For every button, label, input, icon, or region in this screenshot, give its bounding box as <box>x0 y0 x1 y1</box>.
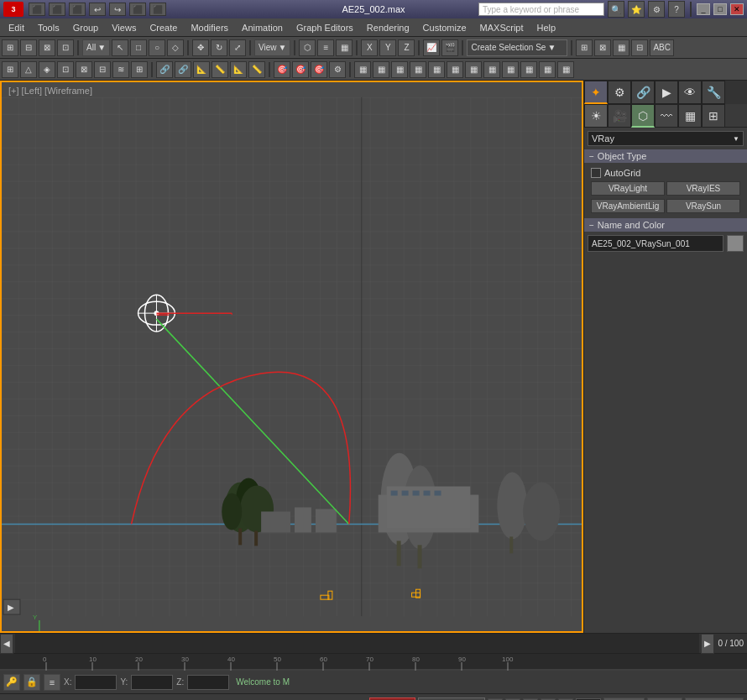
minimize-btn[interactable]: _ <box>697 3 710 15</box>
titlebar-btn-6[interactable]: ⬛ <box>129 3 146 16</box>
menu-group[interactable]: Group <box>66 18 106 36</box>
snap2-20[interactable]: ▦ <box>373 61 389 78</box>
scale-btn[interactable]: ⤢ <box>229 39 246 56</box>
search-box[interactable]: Type a keyword or phrase <box>478 3 604 16</box>
y-input[interactable] <box>131 675 173 690</box>
set-key-btn[interactable]: Set Key <box>603 697 645 701</box>
snap-btn-3[interactable]: ⊠ <box>39 39 55 56</box>
titlebar-btn-2[interactable]: ⬛ <box>49 3 65 16</box>
z-input[interactable] <box>187 675 229 690</box>
menu-help[interactable]: Help <box>530 18 563 36</box>
x-input[interactable] <box>75 675 117 690</box>
tb-extra-2[interactable]: ⊠ <box>594 39 611 56</box>
snap-btn-1[interactable]: ⊞ <box>2 39 18 56</box>
titlebar-btn-3[interactable]: ⬛ <box>69 3 86 16</box>
auto-key-btn[interactable]: Auto Key <box>369 697 415 701</box>
status-lock-icon[interactable]: 🔒 <box>24 674 40 691</box>
menu-animation[interactable]: Animation <box>235 18 290 36</box>
settings-btn[interactable]: ⚙ <box>648 1 665 18</box>
snap2-15[interactable]: 🎯 <box>274 61 290 78</box>
snap-btn-2[interactable]: ⊟ <box>20 39 37 56</box>
menu-modifiers[interactable]: Modifiers <box>184 18 235 36</box>
selected-dropdown[interactable]: Selected ▼ <box>418 697 485 701</box>
coord-btn-1[interactable]: X <box>361 39 378 56</box>
timeline-left-arrow[interactable]: ◀ <box>0 634 13 654</box>
snap2-17[interactable]: 🎯 <box>311 61 327 78</box>
select-circle-btn[interactable]: ○ <box>149 39 165 56</box>
add-time-btn[interactable]: Add Ti <box>647 697 682 701</box>
snap2-14[interactable]: 📏 <box>248 61 265 78</box>
snap2-3[interactable]: ◈ <box>39 61 55 78</box>
close-btn[interactable]: ✕ <box>730 3 744 15</box>
vrayambient-btn[interactable]: VRayAmbientLig <box>591 199 665 213</box>
filter-dropdown[interactable]: All ▼ <box>82 39 110 56</box>
panel-subtab-5[interactable]: ▦ <box>678 104 702 128</box>
move-btn[interactable]: ✥ <box>192 39 209 56</box>
help-btn[interactable]: 🔍 <box>608 1 624 18</box>
snap2-24[interactable]: ▦ <box>447 61 463 78</box>
snap2-13[interactable]: 📐 <box>230 61 247 78</box>
color-swatch[interactable] <box>727 235 744 252</box>
vrayies-btn[interactable]: VRayIES <box>666 181 740 196</box>
snap2-23[interactable]: ▦ <box>428 61 445 78</box>
snap2-25[interactable]: ▦ <box>465 61 482 78</box>
tb-extra-4[interactable]: ⊟ <box>631 39 648 56</box>
menu-graph-editors[interactable]: Graph Editors <box>290 18 360 36</box>
snap2-12[interactable]: 📏 <box>212 61 228 78</box>
titlebar-btn-1[interactable]: ⬛ <box>29 3 45 16</box>
autogrid-checkbox[interactable] <box>591 168 601 178</box>
panel-subtab-6[interactable]: ⊞ <box>702 104 725 128</box>
panel-subtab-3[interactable]: ⬡ <box>631 104 655 128</box>
name-color-header[interactable]: − Name and Color <box>584 218 747 232</box>
tb-extra-5[interactable]: ABC <box>650 39 674 56</box>
snap2-6[interactable]: ⊟ <box>94 61 111 78</box>
snap2-9[interactable]: 🔗 <box>156 61 173 78</box>
titlebar-btn-5[interactable]: ↪ <box>109 3 126 16</box>
create-selection-dropdown[interactable]: Create Selection Se ▼ <box>467 39 567 56</box>
layer-btn[interactable]: ▦ <box>336 39 353 56</box>
titlebar-btn-4[interactable]: ↩ <box>89 3 106 16</box>
timeline-track[interactable] <box>15 634 699 653</box>
key-filters-btn[interactable]: Key Filters... <box>685 697 744 701</box>
panel-tab-create[interactable]: ✦ <box>584 81 608 104</box>
view-dropdown[interactable]: View ▼ <box>254 39 290 56</box>
mirror-btn[interactable]: ⬡ <box>299 39 316 56</box>
status-key-icon[interactable]: 🔑 <box>3 674 20 691</box>
rotate-btn[interactable]: ↻ <box>211 39 227 56</box>
align-btn[interactable]: ≡ <box>317 39 334 56</box>
select-rect-btn[interactable]: □ <box>130 39 147 56</box>
panel-tab-hierarchy[interactable]: 🔗 <box>631 81 655 104</box>
status-anim-icon[interactable]: ≡ <box>44 674 60 691</box>
panel-subtab-4[interactable]: 〰 <box>655 104 678 128</box>
menu-create[interactable]: Create <box>143 18 184 36</box>
snap2-21[interactable]: ▦ <box>391 61 408 78</box>
coord-btn-2[interactable]: Y <box>379 39 396 56</box>
snap2-1[interactable]: ⊞ <box>2 61 18 78</box>
viewport[interactable]: [+] [Left] [Wireframe] <box>0 81 583 633</box>
maximize-btn[interactable]: □ <box>713 3 727 15</box>
select-fence-btn[interactable]: ◇ <box>167 39 184 56</box>
snap2-30[interactable]: ▦ <box>557 61 574 78</box>
panel-subtab-1[interactable]: ☀ <box>584 104 608 128</box>
menu-edit[interactable]: Edit <box>2 18 31 36</box>
snap2-8[interactable]: ⊞ <box>131 61 148 78</box>
panel-subtab-2[interactable]: 🎥 <box>608 104 631 128</box>
snap2-22[interactable]: ▦ <box>410 61 426 78</box>
info-btn[interactable]: ⭐ <box>628 1 645 18</box>
question-btn[interactable]: ? <box>668 1 685 18</box>
menu-rendering[interactable]: Rendering <box>360 18 416 36</box>
snap2-7[interactable]: ≋ <box>112 61 129 78</box>
snap2-18[interactable]: ⚙ <box>329 61 346 78</box>
snap2-19[interactable]: ▦ <box>354 61 371 78</box>
render-btn[interactable]: 🎬 <box>441 39 458 56</box>
menu-views[interactable]: Views <box>105 18 143 36</box>
snap2-2[interactable]: △ <box>20 61 37 78</box>
vraysun-btn[interactable]: VRaySun <box>666 199 740 213</box>
menu-tools[interactable]: Tools <box>31 18 66 36</box>
snap2-5[interactable]: ⊠ <box>76 61 92 78</box>
vray-dropdown[interactable]: VRay ▼ <box>588 131 744 146</box>
snap2-10[interactable]: 🔗 <box>175 61 191 78</box>
snap-btn-4[interactable]: ⊡ <box>57 39 74 56</box>
object-type-header[interactable]: − Object Type <box>584 149 747 163</box>
snap2-29[interactable]: ▦ <box>539 61 556 78</box>
